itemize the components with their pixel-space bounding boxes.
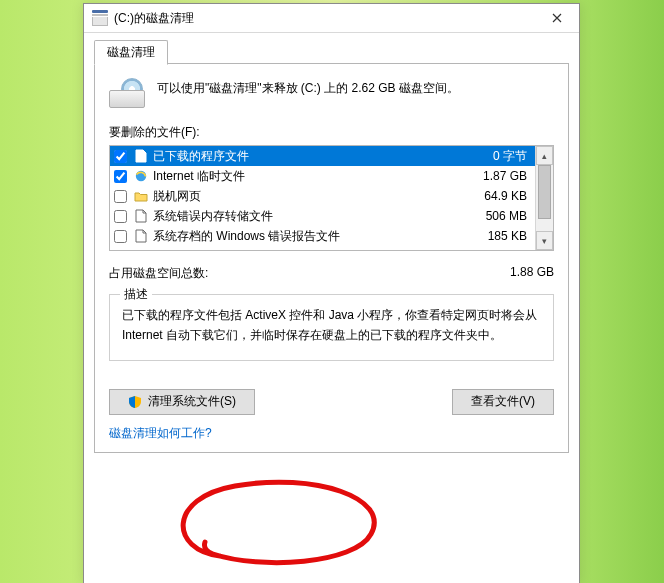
tab-panel: 可以使用"磁盘清理"来释放 (C:) 上的 2.62 GB 磁盘空间。 要删除的…	[94, 64, 569, 453]
file-checkbox[interactable]	[114, 190, 127, 203]
file-type-icon	[133, 168, 149, 184]
description-legend: 描述	[120, 286, 152, 303]
clean-system-files-button[interactable]: 清理系统文件(S)	[109, 389, 255, 415]
file-size: 506 MB	[455, 209, 531, 223]
scroll-down-button[interactable]: ▾	[536, 231, 553, 250]
file-name: 系统存档的 Windows 错误报告文件	[153, 228, 451, 245]
close-button[interactable]	[535, 4, 579, 32]
tab-disk-cleanup[interactable]: 磁盘清理	[94, 40, 168, 65]
view-files-button[interactable]: 查看文件(V)	[452, 389, 554, 415]
file-size: 0 字节	[455, 148, 531, 165]
total-label: 占用磁盘空间总数:	[109, 265, 208, 282]
file-name: Internet 临时文件	[153, 168, 451, 185]
drive-icon	[109, 78, 145, 106]
total-value: 1.88 GB	[510, 265, 554, 282]
file-size: 64.9 KB	[455, 189, 531, 203]
clean-system-files-label: 清理系统文件(S)	[148, 393, 236, 410]
file-type-icon	[133, 208, 149, 224]
file-row[interactable]: 系统存档的 Windows 错误报告文件185 KB	[110, 226, 535, 246]
vertical-scrollbar[interactable]: ▴ ▾	[535, 146, 553, 250]
scroll-thumb[interactable]	[538, 165, 551, 219]
how-it-works-link[interactable]: 磁盘清理如何工作?	[109, 425, 212, 442]
file-checkbox[interactable]	[114, 210, 127, 223]
file-name: 已下载的程序文件	[153, 148, 451, 165]
file-type-icon	[133, 148, 149, 164]
app-icon	[92, 10, 108, 26]
file-size: 185 KB	[455, 229, 531, 243]
description-text: 已下载的程序文件包括 ActiveX 控件和 Java 小程序，你查看特定网页时…	[122, 305, 541, 346]
view-files-label: 查看文件(V)	[471, 393, 535, 410]
file-row[interactable]: 脱机网页64.9 KB	[110, 186, 535, 206]
description-group: 描述 已下载的程序文件包括 ActiveX 控件和 Java 小程序，你查看特定…	[109, 294, 554, 361]
files-to-delete-label: 要删除的文件(F):	[109, 124, 554, 141]
file-size: 1.87 GB	[455, 169, 531, 183]
file-row[interactable]: 系统错误内存转储文件506 MB	[110, 206, 535, 226]
file-name: 系统错误内存转储文件	[153, 208, 451, 225]
tab-strip: 磁盘清理	[94, 39, 569, 64]
file-row[interactable]: 已下载的程序文件0 字节	[110, 146, 535, 166]
file-checkbox[interactable]	[114, 230, 127, 243]
scroll-track[interactable]	[536, 165, 553, 231]
file-type-icon	[133, 228, 149, 244]
window-title: (C:)的磁盘清理	[114, 10, 194, 27]
summary-text: 可以使用"磁盘清理"来释放 (C:) 上的 2.62 GB 磁盘空间。	[157, 78, 459, 97]
disk-cleanup-window: (C:)的磁盘清理 磁盘清理 可以使用"磁盘清理"来释放 (C:) 上的 2.6…	[83, 3, 580, 583]
file-row[interactable]: Internet 临时文件1.87 GB	[110, 166, 535, 186]
file-name: 脱机网页	[153, 188, 451, 205]
files-listbox[interactable]: 已下载的程序文件0 字节Internet 临时文件1.87 GB脱机网页64.9…	[109, 145, 554, 251]
scroll-up-button[interactable]: ▴	[536, 146, 553, 165]
close-icon	[552, 13, 562, 23]
file-checkbox[interactable]	[114, 150, 127, 163]
file-type-icon	[133, 188, 149, 204]
file-checkbox[interactable]	[114, 170, 127, 183]
titlebar: (C:)的磁盘清理	[84, 4, 579, 33]
shield-icon	[128, 395, 142, 409]
